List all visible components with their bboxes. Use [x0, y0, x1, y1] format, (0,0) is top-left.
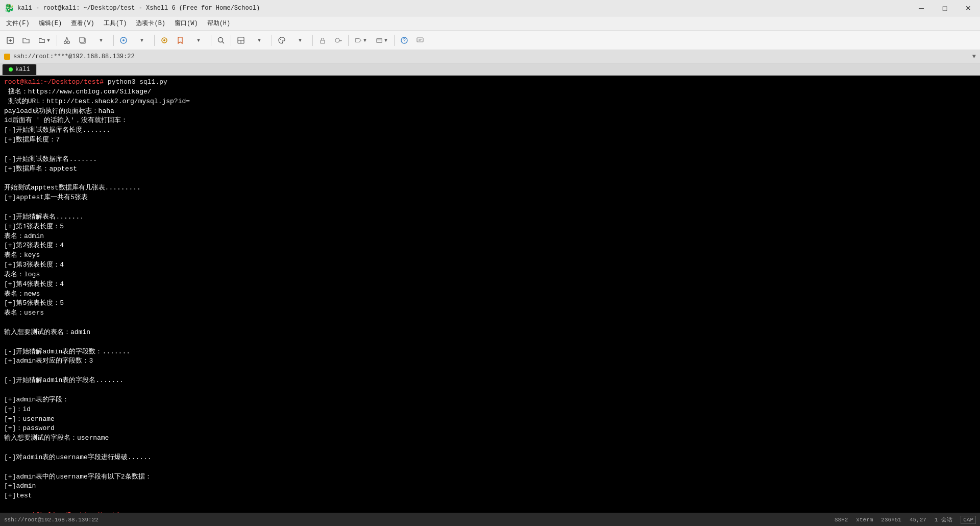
menu-tools[interactable]: 工具(T): [100, 17, 131, 29]
tools-button[interactable]: [157, 33, 172, 47]
statusbar-xterm: xterm: [856, 517, 873, 523]
terminal-line: [+]apptest库一共有5张表: [4, 193, 976, 203]
terminal-line: [-]开始猜解表名.......: [4, 212, 976, 222]
terminal-line: [-]开始测试数据库名.......: [4, 155, 976, 164]
toolbar-sep-9: [394, 35, 395, 46]
session-text[interactable]: ssh://root:****@192.168.88.139:22: [13, 53, 135, 60]
terminal-line: 表名：news: [4, 290, 976, 299]
menu-window[interactable]: 窗口(W): [170, 17, 202, 29]
cut-button[interactable]: [60, 33, 74, 47]
terminal-line: [+]：username: [4, 415, 976, 424]
tab-label: kali: [15, 66, 30, 73]
connect-button[interactable]: [116, 33, 131, 47]
layout-button[interactable]: [234, 33, 248, 47]
toolbar: ▼ ▼ ▼ ▼ ▼ ▼: [0, 31, 980, 50]
terminal-blank: [4, 463, 976, 472]
chat-button[interactable]: [413, 33, 427, 47]
session-expand-button[interactable]: ▼: [972, 53, 976, 60]
terminal-blank: [4, 174, 976, 183]
titlebar: 🐉 kali - root@kali: ~/Desktop/test - Xsh…: [0, 0, 980, 16]
bookmark-button[interactable]: [173, 33, 187, 47]
menu-tabs[interactable]: 选项卡(B): [132, 17, 169, 29]
terminal-line: [+]admin表的字段：: [4, 395, 976, 405]
terminal-line: 搜名：https://www.cnblog.com/Silkage/: [4, 87, 976, 97]
terminal-blank: [4, 338, 976, 347]
terminal-line: 表名：admin: [4, 232, 976, 242]
terminal-line: [+]：password: [4, 424, 976, 434]
terminal-blank: [4, 145, 976, 155]
open-button[interactable]: [19, 33, 33, 47]
menu-file[interactable]: 文件(F): [2, 17, 34, 29]
terminal-line: 表名：keys: [4, 251, 976, 260]
color-dropdown[interactable]: ▼: [290, 33, 310, 47]
terminal-line: [-]开始猜解admin表的字段名.......: [4, 376, 976, 386]
statusbar-sessions: 1 会话: [935, 516, 952, 523]
cmd-text: python3 sql1.py: [104, 78, 167, 86]
terminal-line: [+]test: [4, 491, 976, 501]
help-button[interactable]: ?: [397, 33, 411, 47]
toolbar-sep-4: [211, 35, 211, 46]
terminal-line: [+]第2张表长度：4: [4, 241, 976, 251]
maximize-button[interactable]: □: [933, 0, 957, 16]
menu-view[interactable]: 查看(V): [67, 17, 99, 29]
key-button[interactable]: [331, 33, 346, 47]
statusbar-right: SSH2 xterm 236×51 45,27 1 会话 CAP: [835, 516, 976, 524]
tab-row: kali: [0, 63, 980, 76]
terminal-line: [-]开始猜解admin表的字段数：.......: [4, 347, 976, 357]
toolbar-sep-6: [272, 35, 272, 46]
terminal-blank: [4, 203, 976, 212]
titlebar-left: 🐉 kali - root@kali: ~/Desktop/test - Xsh…: [0, 3, 260, 13]
connect-dropdown[interactable]: ▼: [132, 33, 152, 47]
terminal-blank: [4, 366, 976, 376]
terminal-line: [+]数据库长度：7: [4, 135, 976, 145]
menu-help[interactable]: 帮助(H): [203, 17, 235, 29]
toolbar-sep-8: [348, 35, 349, 46]
svg-point-20: [335, 38, 339, 42]
svg-line-6: [67, 37, 68, 41]
scripting-dropdown[interactable]: ▼: [372, 33, 391, 47]
toolbar-sep-1: [57, 35, 57, 46]
minimize-button[interactable]: ─: [910, 0, 933, 16]
terminal-line: root@kali:~/Desktop/test# python3 sql1.p…: [4, 78, 976, 87]
statusbar-cap: CAP: [961, 516, 976, 524]
terminal[interactable]: root@kali:~/Desktop/test# python3 sql1.p…: [0, 76, 980, 513]
terminal-line: [+]admin表对应的字段数：3: [4, 356, 976, 366]
terminal-line: [+]数据库名：apptest: [4, 164, 976, 174]
svg-rect-24: [376, 38, 382, 42]
statusbar: ssh://root@192.168.88.139:22 SSH2 xterm …: [0, 513, 980, 526]
record-dropdown[interactable]: ▼: [351, 33, 371, 47]
titlebar-controls: ─ □ ✕: [910, 0, 980, 16]
terminal-line: [+]第4张表长度：4: [4, 280, 976, 290]
terminal-line: 输入想要测试的表名：admin: [4, 328, 976, 338]
session-bar: ssh://root:****@192.168.88.139:22 ▼: [0, 50, 980, 63]
copy-dropdown[interactable]: ▼: [91, 33, 111, 47]
prompt-text: root@kali:~/Desktop/test#: [4, 78, 104, 86]
terminal-line: 开始测试apptest数据库有几张表.........: [4, 183, 976, 193]
open-dropdown[interactable]: ▼: [35, 33, 54, 47]
svg-text:?: ?: [403, 38, 406, 43]
terminal-line: [+]第1张表长度：5: [4, 222, 976, 232]
find-button[interactable]: [214, 33, 228, 47]
svg-point-18: [280, 39, 281, 40]
lock-button[interactable]: [315, 33, 330, 47]
terminal-line: [+]：id: [4, 405, 976, 415]
tools-dropdown[interactable]: ▼: [189, 33, 208, 47]
color-button[interactable]: [275, 33, 289, 47]
layout-dropdown[interactable]: ▼: [250, 33, 269, 47]
close-button[interactable]: ✕: [957, 0, 980, 16]
new-session-button[interactable]: [3, 33, 17, 47]
statusbar-ssh: ssh://root@192.168.88.139:22: [4, 517, 99, 523]
terminal-line: [-]对admin表的username字段进行爆破......: [4, 453, 976, 463]
menu-edit[interactable]: 编辑(E): [35, 17, 66, 29]
toolbar-sep-5: [231, 35, 231, 46]
svg-rect-19: [321, 40, 325, 43]
statusbar-cursor: 45,27: [910, 517, 926, 523]
terminal-line: 测试的URL：http://test.shack2.org/mysql.jsp?…: [4, 97, 976, 107]
svg-point-12: [163, 39, 165, 41]
svg-rect-8: [80, 37, 84, 42]
session-badge: [4, 54, 10, 60]
tab-kali[interactable]: kali: [2, 64, 37, 75]
svg-line-14: [223, 41, 225, 43]
terminal-line: 表名：logs: [4, 270, 976, 280]
copy-button[interactable]: [76, 33, 90, 47]
